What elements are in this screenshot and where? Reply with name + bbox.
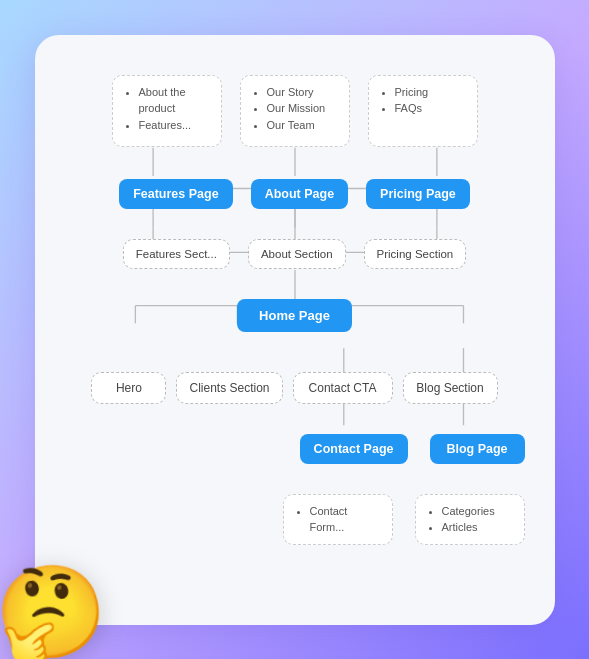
home-page-button[interactable]: Home Page (237, 299, 352, 332)
note-features: About the product Features... (112, 75, 222, 147)
pricing-page-button[interactable]: Pricing Page (366, 179, 470, 209)
hero-button[interactable]: Hero (91, 372, 166, 404)
note-features-item1: About the product (139, 84, 209, 117)
note-about-item2: Our Mission (267, 100, 337, 117)
clients-section-button[interactable]: Clients Section (176, 372, 282, 404)
thinking-emoji: 🤔 (0, 551, 115, 659)
note-contact-item1: Contact Form... (310, 503, 380, 536)
note-about: Our Story Our Mission Our Team (240, 75, 350, 147)
about-page-button[interactable]: About Page (251, 179, 348, 209)
about-section-button[interactable]: About Section (248, 239, 346, 269)
note-about-item1: Our Story (267, 84, 337, 101)
note-pricing: Pricing FAQs (368, 75, 478, 147)
note-about-item3: Our Team (267, 117, 337, 134)
blog-section-button[interactable]: Blog Section (403, 372, 498, 404)
note-pricing-item1: Pricing (395, 84, 465, 101)
pricing-section-button[interactable]: Pricing Section (364, 239, 467, 269)
note-pricing-item2: FAQs (395, 100, 465, 117)
note-blog-item2: Articles (442, 519, 512, 536)
features-sect-button[interactable]: Features Sect... (123, 239, 230, 269)
main-card: About the product Features... Our Story … (35, 35, 555, 625)
note-contact: Contact Form... (283, 494, 393, 545)
diagram: About the product Features... Our Story … (55, 75, 535, 545)
contact-cta-button[interactable]: Contact CTA (293, 372, 393, 404)
blog-page-button[interactable]: Blog Page (430, 434, 525, 464)
note-features-item2: Features... (139, 117, 209, 134)
contact-page-button[interactable]: Contact Page (300, 434, 408, 464)
note-blog-item1: Categories (442, 503, 512, 520)
note-blog: Categories Articles (415, 494, 525, 545)
features-page-button[interactable]: Features Page (119, 179, 232, 209)
